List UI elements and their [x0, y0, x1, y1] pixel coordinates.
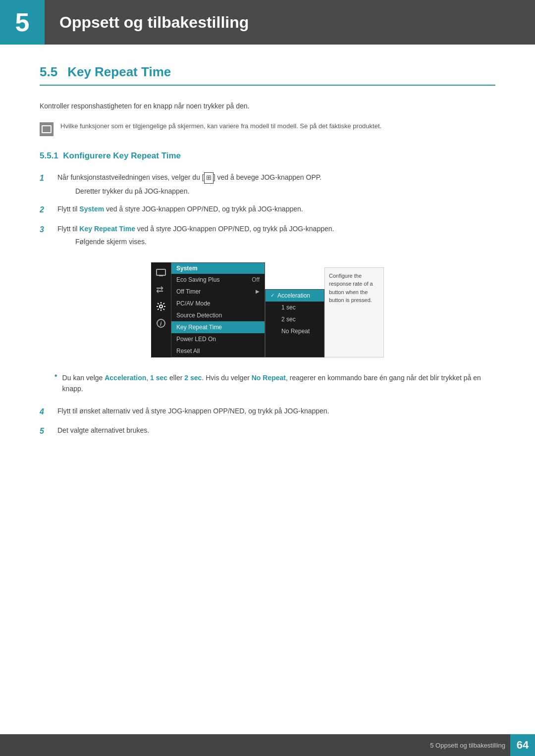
submenu-panel: ✓ Acceleration 1 sec 2 sec No Repeat: [265, 289, 324, 357]
note-text: Hvilke funksjoner som er tilgjengelige p…: [60, 121, 381, 132]
step-1-subtext: Deretter trykker du på JOG-knappen.: [75, 186, 321, 197]
menu-pcav-mode: PC/AV Mode: [171, 298, 265, 309]
step-5-number: 5: [40, 425, 54, 438]
menu-wrapper: ⇄ i System: [151, 262, 384, 357]
menu-off-timer: Off Timer ▶: [171, 286, 265, 298]
step-5: 5 Det valgte alternativet brukes.: [40, 425, 495, 438]
menu-reset-all: Reset All: [171, 345, 265, 357]
step-3-number: 3: [40, 223, 54, 236]
intro-text: Kontroller responshastigheten for en kna…: [40, 101, 495, 111]
step-2-text: Flytt til System ved å styre JOG-knappen…: [57, 203, 303, 214]
icon-info: i: [155, 317, 167, 330]
steps-list-after: 4 Flytt til ønsket alternativ ved å styr…: [40, 405, 495, 438]
step-4-number: 4: [40, 405, 54, 418]
menu-panel: System Eco Saving Plus Off Off Timer ▶ P…: [171, 262, 265, 357]
step-3-text: Flytt til Key Repeat Time ved å styre JO…: [57, 225, 334, 233]
svg-text:⇄: ⇄: [156, 285, 163, 295]
menu-power-led: Power LED On: [171, 333, 265, 345]
step-1: 1 Når funksjonstastveiledningen vises, v…: [40, 172, 495, 197]
svg-text:i: i: [160, 320, 162, 327]
submenu-no-repeat: No Repeat: [266, 325, 324, 337]
step-1-number: 1: [40, 172, 54, 185]
section-heading: Key Repeat Time: [67, 64, 171, 79]
step-2-number: 2: [40, 203, 54, 216]
note-icon: [40, 122, 54, 136]
bullet-dot: •: [54, 371, 57, 380]
icon-gear: [155, 300, 167, 313]
subsection-title: 5.5.1 Konfigurere Key Repeat Time: [40, 151, 495, 161]
note-box: Hvilke funksjoner som er tilgjengelige p…: [40, 121, 495, 136]
page-footer: 5 Oppsett og tilbakestilling 64: [0, 734, 535, 756]
submenu-2sec: 2 sec: [266, 313, 324, 325]
tooltip-panel: Configure the response rate of a button …: [324, 267, 384, 357]
chapter-title: Oppsett og tilbakestilling: [45, 13, 249, 32]
footer-page-number: 64: [510, 734, 535, 756]
main-content: 5.5Key Repeat Time Kontroller responshas…: [0, 64, 535, 484]
step-4: 4 Flytt til ønsket alternativ ved å styr…: [40, 405, 495, 418]
chapter-number: 5: [0, 0, 45, 45]
icon-arrows: ⇄: [155, 283, 167, 296]
subsection-number: 5.5.1: [40, 151, 58, 160]
bullet-text: Du kan velge Acceleration, 1 sec eller 2…: [62, 372, 495, 395]
step-4-text: Flytt til ønsket alternativ ved å styre …: [57, 405, 329, 416]
submenu-acceleration: ✓ Acceleration: [266, 290, 324, 302]
bullet-note: • Du kan velge Acceleration, 1 sec eller…: [54, 372, 495, 395]
section-title: 5.5Key Repeat Time: [40, 64, 495, 86]
steps-list: 1 Når funksjonstastveiledningen vises, v…: [40, 172, 495, 247]
menu-header: System: [171, 263, 265, 274]
subsection-heading: Konfigurere Key Repeat Time: [63, 151, 181, 160]
svg-rect-0: [157, 269, 165, 275]
menu-key-repeat-time: Key Repeat Time: [171, 321, 265, 333]
icon-strip: ⇄ i: [151, 262, 171, 357]
menu-eco-saving: Eco Saving Plus Off: [171, 274, 265, 286]
svg-point-4: [160, 305, 162, 308]
step-5-text: Det valgte alternativet brukes.: [57, 425, 149, 436]
footer-text: 5 Oppsett og tilbakestilling: [430, 742, 510, 749]
step-3: 3 Flytt til Key Repeat Time ved å styre …: [40, 223, 495, 248]
step-1-text: Når funksjonstastveiledningen vises, vel…: [57, 173, 321, 181]
step-3-subtext: Følgende skjerm vises.: [75, 236, 334, 247]
step-2: 2 Flytt til System ved å styre JOG-knapp…: [40, 203, 495, 216]
icon-monitor: [155, 266, 167, 279]
section-number: 5.5: [40, 64, 57, 79]
menu-screenshot-container: ⇄ i System: [40, 262, 495, 357]
menu-source-detection: Source Detection: [171, 309, 265, 321]
submenu-1sec: 1 sec: [266, 302, 324, 313]
chapter-header: 5 Oppsett og tilbakestilling: [0, 0, 535, 45]
